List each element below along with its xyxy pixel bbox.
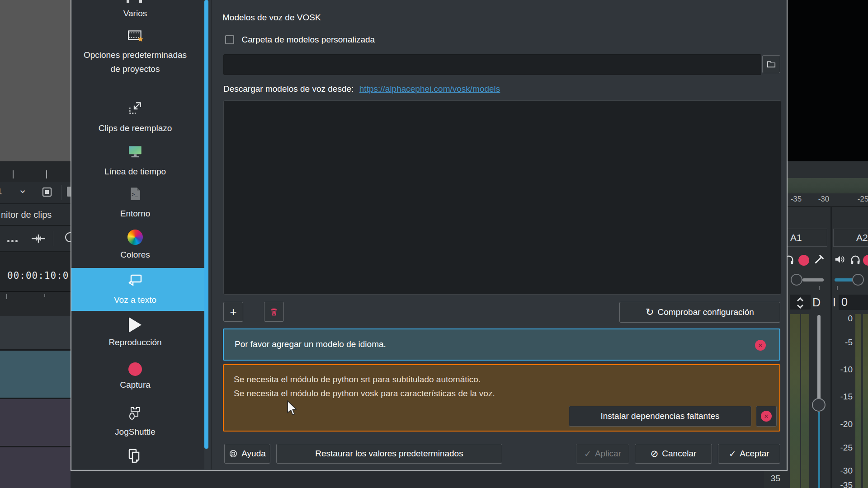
- close-warning-icon: ✕: [761, 411, 772, 422]
- a1-volume-spinbox[interactable]: [790, 295, 811, 310]
- checkbox-box[interactable]: [225, 35, 234, 44]
- refresh-icon: ↻: [646, 306, 654, 318]
- install-dependencies-button[interactable]: Instalar dependencias faltantes: [569, 406, 751, 427]
- colors-icon: [127, 230, 143, 245]
- sidebar-scrollbar[interactable]: [204, 0, 208, 449]
- a1-balance-knob[interactable]: [791, 274, 802, 286]
- sidebar-item-speech-to-text[interactable]: Voz a texto: [71, 272, 199, 307]
- spin-down-icon[interactable]: [797, 302, 803, 309]
- delete-model-button[interactable]: [264, 302, 284, 322]
- a1-meter-right: [801, 314, 809, 488]
- cancel-button[interactable]: ⊘ Cancelar: [635, 444, 712, 464]
- a1-balance-tick: [819, 286, 820, 290]
- sidebar-item-replacement-clips[interactable]: Clips de reemplazo: [71, 99, 199, 135]
- db-scale-label: -30: [835, 466, 853, 476]
- channel-a2-header[interactable]: A2: [833, 229, 868, 247]
- sidebar-item-project-defaults[interactable]: Opciones predeterminadas de proyectos: [71, 27, 199, 76]
- clip-monitor-tab[interactable]: nitor de clips: [0, 204, 71, 226]
- apply-button[interactable]: ✓ Aplicar: [576, 444, 629, 464]
- timeline-track-selected[interactable]: [0, 351, 71, 399]
- sidebar-item-environment[interactable]: >_ Entorno: [71, 185, 199, 221]
- a2-balance-knob[interactable]: [852, 274, 864, 286]
- sidebar-item-capture[interactable]: Captura: [71, 362, 199, 392]
- sidebar-item-jogshuttle[interactable]: JogShuttle: [71, 404, 199, 439]
- sidebar-item-timeline[interactable]: Línea de tiempo: [71, 143, 199, 178]
- models-folder-input[interactable]: [223, 54, 761, 75]
- replacement-clips-icon: [127, 99, 144, 117]
- info-message-box: Por favor agregar un modelo de idioma. ✕: [223, 328, 780, 361]
- info-message-text: Por favor agregar un modelo de idioma.: [235, 339, 386, 349]
- page-title: Modelos de voz de VOSK: [222, 13, 321, 23]
- settings-sidebar: Varios Opciones predeterminadas de proye…: [71, 0, 204, 469]
- sidebar-item-transcode[interactable]: [71, 447, 199, 469]
- a2-spin-value: 0: [841, 296, 848, 309]
- custom-folder-checkbox[interactable]: Carpeta de modelos personalizada: [225, 35, 375, 45]
- marker-icon[interactable]: [31, 234, 46, 244]
- db-scale-label: -5: [835, 338, 853, 347]
- add-model-button[interactable]: +: [223, 302, 243, 322]
- capture-icon: [128, 362, 142, 376]
- record-icon[interactable]: [863, 255, 868, 266]
- master-scale-label: -35: [791, 195, 802, 204]
- monitor-overlay-icon[interactable]: [42, 188, 52, 197]
- project-defaults-icon: [127, 27, 144, 44]
- clip-monitor-panel: 1 ⌄ nitor de clips 00:00:10:0: [0, 0, 71, 488]
- monitor-toolbar: [0, 226, 71, 252]
- a1-fader-lower: [818, 412, 820, 488]
- a1-meter-left: [790, 314, 800, 488]
- sidebar-item-colors[interactable]: Colores: [71, 230, 199, 262]
- a2-meter-left: [855, 314, 861, 488]
- browse-folder-button[interactable]: [762, 55, 780, 73]
- chevron-down-icon[interactable]: ⌄: [18, 183, 27, 196]
- clipped-timer-icon[interactable]: [65, 232, 71, 242]
- a2-balance-tick: [837, 286, 838, 290]
- restore-defaults-button[interactable]: Restaurar los valores predeterminados: [276, 444, 502, 464]
- monitor-seek-ruler[interactable]: [0, 291, 71, 316]
- a2-volume-spinbox[interactable]: 0: [839, 295, 868, 310]
- sidebar-item-playback[interactable]: Reproducción: [71, 317, 199, 349]
- timecode-display[interactable]: 00:00:10:0: [7, 270, 69, 281]
- record-icon[interactable]: [798, 255, 809, 266]
- install-dependencies-label: Instalar dependencias faltantes: [600, 411, 719, 421]
- db-scale-label: -20: [835, 419, 853, 429]
- clip-monitor-tab-label: nitor de clips: [1, 210, 52, 220]
- timeline-track[interactable]: [0, 316, 71, 351]
- help-button[interactable]: Ayuda: [224, 444, 270, 464]
- a1-spin-text: D: [812, 296, 821, 309]
- checkbox-label: Carpeta de modelos personalizada: [241, 35, 375, 44]
- folder-icon: [766, 59, 776, 69]
- warning-line-2: Se necesita el módulo de python vosk par…: [234, 386, 495, 400]
- close-info-icon[interactable]: ✕: [755, 340, 766, 351]
- accept-button[interactable]: ✓ Aceptar: [718, 444, 780, 464]
- speaker-icon[interactable]: [834, 253, 846, 265]
- below-dialog-background: [71, 471, 764, 488]
- mouse-cursor: [286, 400, 298, 416]
- strip-divider: [830, 207, 832, 488]
- a1-fader-knob[interactable]: [812, 398, 826, 412]
- a1-fader-track[interactable]: [817, 315, 821, 406]
- overflow-menu-icon[interactable]: [6, 237, 19, 245]
- close-warning-button[interactable]: ✕: [756, 406, 777, 427]
- sidebar-item-varios[interactable]: Varios: [71, 0, 199, 20]
- mic-monitor-icon[interactable]: [813, 253, 825, 265]
- headphones-icon[interactable]: [849, 254, 861, 266]
- svg-text:>_: >_: [132, 191, 138, 197]
- help-label: Ayuda: [241, 449, 266, 459]
- accept-label: Aceptar: [740, 449, 769, 459]
- master-scale-label: -30: [818, 195, 830, 204]
- a1-balance-track[interactable]: [802, 278, 824, 282]
- vosk-models-link[interactable]: https://alphacephei.com/vosk/models: [359, 84, 500, 94]
- check-icon: ✓: [584, 449, 591, 459]
- timeline-track[interactable]: [0, 447, 71, 488]
- playback-icon: [129, 317, 142, 333]
- download-label: Descargar modelos de voz desde:: [223, 84, 354, 94]
- cancel-label: Cancelar: [662, 449, 696, 459]
- channel-a2-label: A2: [856, 232, 868, 243]
- timeline-track[interactable]: [0, 399, 71, 447]
- db-scale-label: -15: [835, 392, 853, 402]
- check-config-button[interactable]: ↻ Comprobar configuración: [619, 302, 780, 323]
- timecode-area: 00:00:10:0: [0, 252, 71, 291]
- warning-line-1: Se necesita el módulo de python srt para…: [234, 372, 495, 386]
- models-list[interactable]: [223, 100, 781, 295]
- ruler-tick: [46, 170, 47, 178]
